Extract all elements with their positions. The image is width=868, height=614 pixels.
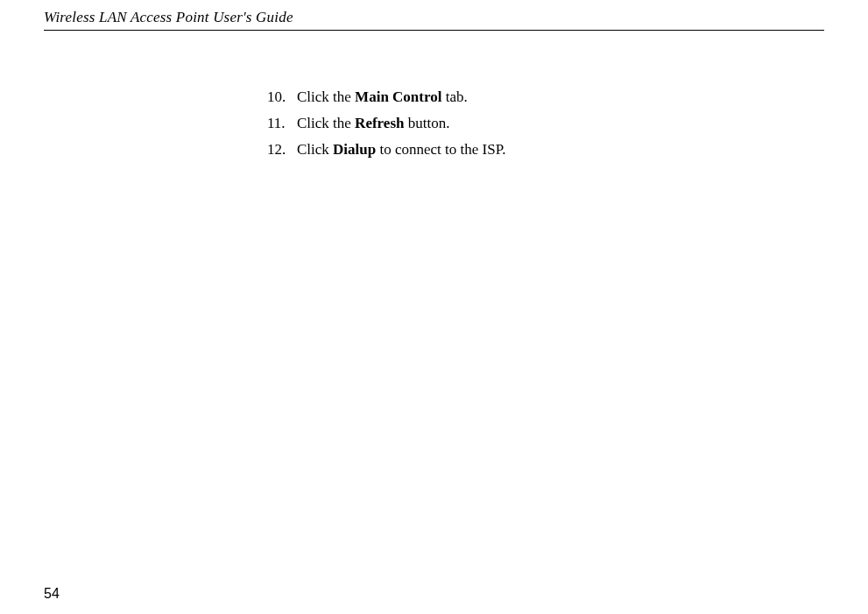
step-prefix: Click the <box>297 88 355 105</box>
step-suffix: to connect to the ISP. <box>376 141 505 158</box>
step-12: 12. Click Dialup to connect to the ISP. <box>267 138 868 161</box>
step-suffix: button. <box>404 115 449 131</box>
step-number: 12. <box>267 138 297 161</box>
step-suffix: tab. <box>441 88 467 105</box>
page-number: 54 <box>44 586 60 602</box>
step-prefix: Click <box>297 141 333 158</box>
step-number: 10. <box>267 85 297 109</box>
step-bold: Main Control <box>355 88 441 105</box>
header-title: Wireless LAN Access Point User's Guide <box>44 9 824 26</box>
step-text: Click Dialup to connect to the ISP. <box>297 138 868 161</box>
step-number: 11. <box>267 111 297 135</box>
page-header: Wireless LAN Access Point User's Guide <box>0 0 868 31</box>
step-text: Click the Refresh button. <box>297 111 868 135</box>
step-text: Click the Main Control tab. <box>297 85 868 109</box>
step-11: 11. Click the Refresh button. <box>267 111 868 135</box>
step-10: 10. Click the Main Control tab. <box>267 85 868 109</box>
content-area: 10. Click the Main Control tab. 11. Clic… <box>0 31 868 162</box>
step-bold: Dialup <box>333 141 376 158</box>
step-prefix: Click the <box>297 115 355 131</box>
step-bold: Refresh <box>355 115 404 131</box>
